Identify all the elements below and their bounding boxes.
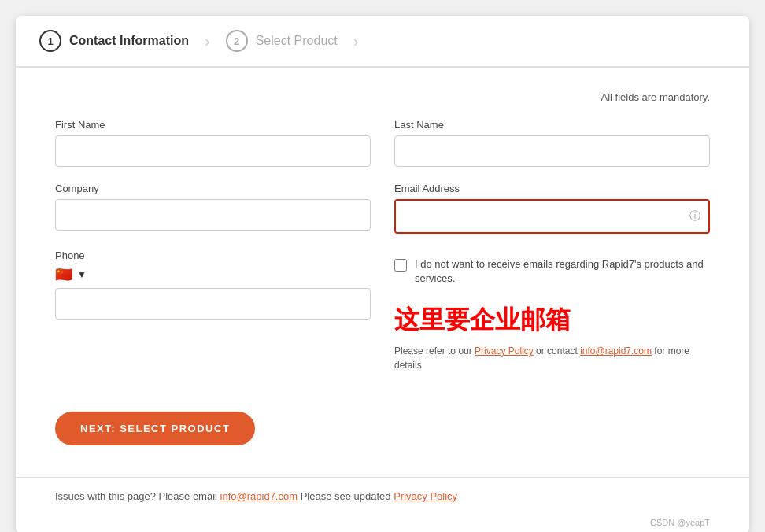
phone-input[interactable] <box>55 288 371 320</box>
company-input[interactable] <box>55 199 371 231</box>
first-name-label: First Name <box>55 119 371 131</box>
email-input[interactable] <box>396 201 708 232</box>
last-name-group: Last Name <box>394 119 710 167</box>
form-area: All fields are mandatory. First Name Las… <box>16 68 749 477</box>
name-row: First Name Last Name <box>55 119 710 167</box>
next-button[interactable]: NEXT: SELECT PRODUCT <box>55 412 255 445</box>
mandatory-note: All fields are mandatory. <box>55 91 710 103</box>
email-icon: ⓘ <box>689 209 700 224</box>
step-arrow-2: › <box>353 32 359 50</box>
email-wrapper: ⓘ <box>396 201 708 232</box>
phone-flag-select[interactable]: 🇨🇳 ▼ <box>55 266 371 283</box>
step-arrow: › <box>205 32 210 50</box>
footer-policy-link[interactable]: Privacy Policy <box>394 490 457 502</box>
footer-text-before: Issues with this page? Please email <box>55 490 220 502</box>
privacy-email-link[interactable]: info@rapid7.com <box>580 345 652 357</box>
company-email-row: Company Email Address ⓘ <box>55 183 710 234</box>
email-label: Email Address <box>394 183 710 194</box>
step-2-label: Select Product <box>256 34 338 48</box>
first-name-input[interactable] <box>55 135 371 167</box>
company-group: Company <box>55 183 371 234</box>
privacy-text-before: Please refer to our <box>394 345 475 357</box>
csdn-note: CSDN @yeapT <box>16 515 749 532</box>
phone-group: Phone 🇨🇳 ▼ <box>55 249 371 372</box>
email-opt-out-row: I do not want to receive emails regardin… <box>394 257 710 286</box>
last-name-label: Last Name <box>394 119 710 131</box>
email-error-box: ⓘ <box>394 199 710 234</box>
footer-text-middle: Please see updated <box>298 490 394 502</box>
footer-email-link[interactable]: info@rapid7.com <box>220 490 298 502</box>
last-name-input[interactable] <box>394 135 710 167</box>
company-label: Company <box>55 183 371 194</box>
privacy-policy-link[interactable]: Privacy Policy <box>475 345 534 357</box>
step-2-circle: 2 <box>226 30 248 52</box>
right-extras-col: I do not want to receive emails regardin… <box>394 249 710 372</box>
email-opt-out-label: I do not want to receive emails regardin… <box>415 257 710 286</box>
email-opt-out-checkbox[interactable] <box>394 259 407 272</box>
phone-label: Phone <box>55 249 371 261</box>
step-2: 2 Select Product <box>226 30 338 52</box>
chinese-text-overlay: 这里要企业邮箱 <box>394 303 710 338</box>
china-flag-icon: 🇨🇳 <box>55 266 72 283</box>
phone-dropdown-arrow[interactable]: ▼ <box>77 269 87 280</box>
step-1-circle: 1 <box>39 30 61 52</box>
step-1: 1 Contact Information <box>39 30 189 52</box>
step-1-label: Contact Information <box>69 34 189 48</box>
privacy-text: Please refer to our Privacy Policy or co… <box>394 344 710 372</box>
first-name-group: First Name <box>55 119 371 167</box>
page-container: 1 Contact Information › 2 Select Product… <box>16 16 749 532</box>
stepper: 1 Contact Information › 2 Select Product… <box>16 16 749 68</box>
email-group: Email Address ⓘ <box>394 183 710 234</box>
privacy-text-middle: or contact <box>534 345 580 357</box>
phone-extras-row: Phone 🇨🇳 ▼ I do not want to receive emai… <box>55 249 710 372</box>
footer: Issues with this page? Please email info… <box>16 477 749 515</box>
